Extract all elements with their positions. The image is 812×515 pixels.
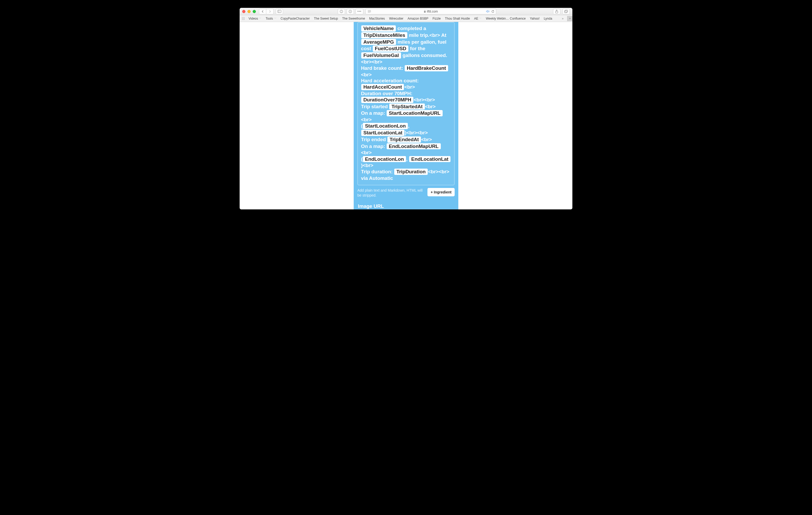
- ingredient-token[interactable]: StartLocationMapURL: [387, 110, 443, 116]
- svg-point-20: [244, 18, 244, 19]
- favorite-item[interactable]: Tools ﹀: [265, 17, 276, 20]
- svg-point-5: [350, 12, 351, 12]
- traffic-lights: [242, 10, 256, 13]
- address-bar[interactable]: ifttt.com: [366, 9, 496, 14]
- svg-rect-10: [424, 11, 426, 12]
- ingredient-token[interactable]: TripStartedAt: [389, 103, 425, 110]
- audio-icon[interactable]: [486, 10, 490, 13]
- svg-point-15: [242, 17, 242, 18]
- svg-point-2: [340, 10, 343, 13]
- applet-form-column: VehicleName completed a TripDistanceMile…: [354, 22, 458, 209]
- ext-button-1[interactable]: [338, 9, 345, 14]
- ingredient-token[interactable]: DurationOver70MPH: [361, 97, 413, 103]
- favorite-item[interactable]: Wirecutter: [389, 17, 403, 20]
- favorite-item[interactable]: Fizzle: [432, 17, 440, 20]
- favorite-item[interactable]: CopyPasteCharacter: [281, 17, 310, 20]
- favorites-grid-icon[interactable]: [242, 17, 245, 20]
- favorite-item[interactable]: The Sweet Setup: [314, 17, 338, 20]
- favorite-item[interactable]: The Sweethome: [342, 17, 365, 20]
- svg-rect-13: [564, 11, 567, 13]
- safari-window: ••• ifttt.com: [240, 8, 572, 209]
- ext-button-3[interactable]: •••: [355, 9, 364, 14]
- url-host: ifttt.com: [427, 10, 438, 13]
- helper-text: Add plain text and Markdown, HTML will b…: [357, 188, 424, 198]
- maximize-button[interactable]: [253, 10, 256, 13]
- nav-buttons: [259, 9, 273, 14]
- ingredient-token[interactable]: EndLocationMapURL: [387, 143, 440, 150]
- ingredient-token[interactable]: TripDuration: [394, 169, 428, 175]
- favorite-item[interactable]: Weekly Webin… Confluence: [486, 17, 526, 20]
- svg-point-16: [243, 17, 243, 18]
- favorite-item[interactable]: Lynda: [544, 17, 552, 20]
- ingredient-token[interactable]: HardBrakeCount: [405, 65, 448, 71]
- ingredient-token[interactable]: EndLocationLon: [363, 156, 406, 162]
- ingredient-token[interactable]: TripEndedAt: [387, 137, 421, 143]
- favorite-item[interactable]: Thou Shalt Hustle: [445, 17, 470, 20]
- ext-button-2[interactable]: [347, 9, 354, 14]
- svg-point-22: [243, 19, 243, 20]
- ingredient-token[interactable]: StartLocationLat: [361, 130, 404, 136]
- tabs-button[interactable]: [562, 9, 570, 14]
- back-button[interactable]: [259, 9, 266, 14]
- message-editor[interactable]: VehicleName completed a TripDistanceMile…: [357, 22, 455, 185]
- ingredient-token[interactable]: StartLocationLon: [363, 123, 408, 129]
- favorite-item[interactable]: Videos ﹀: [249, 17, 261, 20]
- ingredient-token[interactable]: VehicleName: [361, 25, 396, 32]
- favorites-bar: Videos ﹀Tools ﹀CopyPasteCharacterThe Swe…: [240, 15, 572, 22]
- lock-icon: [424, 10, 426, 13]
- svg-point-21: [242, 19, 242, 20]
- ingredient-token[interactable]: TripDistanceMiles: [361, 32, 407, 38]
- chevron-down-icon: ﹀: [479, 17, 482, 20]
- chevron-down-icon: ﹀: [259, 17, 261, 20]
- ingredient-token[interactable]: FuelVolumeGal: [361, 52, 401, 59]
- sidebar-button[interactable]: [276, 9, 283, 14]
- ingredient-token[interactable]: AverageMPG: [361, 39, 396, 45]
- favorite-item[interactable]: Amazon BSBP: [408, 17, 428, 20]
- svg-point-18: [242, 18, 242, 19]
- page-content[interactable]: VehicleName completed a TripDistanceMile…: [240, 22, 572, 209]
- image-url-label: Image URL: [358, 203, 455, 209]
- ingredient-token[interactable]: FuelCostUSD: [373, 46, 408, 52]
- add-ingredient-button[interactable]: + Ingredient: [428, 188, 455, 196]
- new-tab-button[interactable]: +: [567, 16, 572, 21]
- svg-point-17: [244, 17, 244, 18]
- share-button[interactable]: [553, 9, 560, 14]
- svg-rect-0: [278, 10, 281, 13]
- close-button[interactable]: [242, 10, 245, 13]
- reload-button[interactable]: [491, 10, 494, 13]
- favorites-overflow-icon[interactable]: »: [562, 17, 564, 20]
- favorite-item[interactable]: AE ﹀: [474, 17, 482, 20]
- reader-icon[interactable]: [368, 10, 371, 13]
- favorite-item[interactable]: MacStories: [369, 17, 385, 20]
- chevron-down-icon: ﹀: [274, 17, 277, 20]
- titlebar: ••• ifttt.com: [240, 8, 572, 15]
- forward-button[interactable]: [266, 9, 273, 14]
- ingredient-token[interactable]: EndLocationLat: [409, 156, 451, 162]
- ingredient-token[interactable]: HardAccelCount: [361, 84, 404, 90]
- svg-point-23: [244, 19, 244, 20]
- favorite-item[interactable]: Yahoo!: [530, 17, 540, 20]
- minimize-button[interactable]: [248, 10, 251, 13]
- svg-point-19: [243, 18, 243, 19]
- svg-rect-14: [565, 10, 568, 12]
